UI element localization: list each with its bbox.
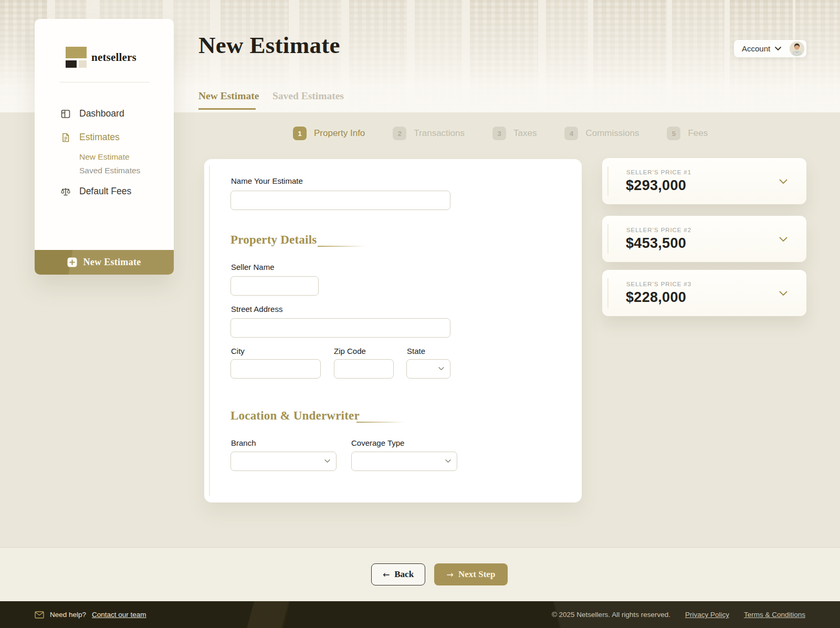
new-estimate-button[interactable]: New Estimate — [35, 250, 174, 275]
step-label: Taxes — [513, 128, 537, 139]
avatar — [790, 41, 804, 56]
sidebar-subitem-new-estimate[interactable]: New Estimate — [79, 152, 130, 162]
state-select[interactable] — [406, 359, 450, 379]
chevron-down-icon — [779, 291, 788, 296]
name-estimate-input[interactable] — [230, 191, 450, 210]
step-taxes[interactable]: 3 Taxes — [492, 127, 537, 140]
street-address-input[interactable] — [230, 318, 450, 338]
seller-price-card-1[interactable]: SELLER’S PRICE #1 $293,000 — [602, 158, 806, 204]
chevron-down-icon — [779, 179, 788, 184]
seller-price-card-2[interactable]: SELLER’S PRICE #2 $453,500 — [602, 216, 806, 262]
page-footer: Need help? Contact our team © 2025 Netse… — [0, 601, 840, 628]
scales-icon — [60, 186, 71, 197]
coverage-type-select[interactable] — [351, 452, 457, 471]
step-label: Transactions — [414, 128, 465, 139]
step-fees[interactable]: 5 Fees — [667, 127, 708, 140]
envelope-icon — [35, 611, 44, 619]
tab-saved-estimates[interactable]: Saved Estimates — [272, 90, 344, 102]
step-number: 1 — [293, 127, 307, 140]
chevron-down-icon — [445, 459, 451, 463]
right-arrow-icon: → — [447, 570, 454, 580]
location-underwriter-heading: Location & Underwriter — [230, 409, 360, 423]
price-label: SELLER’S PRICE #2 — [626, 227, 691, 233]
app-root: New Estimate Account New Estimate Saved … — [0, 0, 840, 628]
city-label: City — [231, 347, 245, 355]
step-label: Fees — [688, 128, 708, 139]
name-estimate-label: Name Your Estimate — [231, 176, 303, 185]
estimate-form-card: Name Your Estimate Property Details Sell… — [204, 159, 582, 503]
branch-select[interactable] — [230, 452, 337, 471]
brand-logo-icon — [66, 47, 87, 68]
chevron-down-icon — [438, 367, 444, 371]
branch-label: Branch — [231, 438, 256, 447]
sidebar-item-estimates[interactable]: Estimates — [60, 132, 120, 143]
footer-actions: ← Back → Next Step — [0, 547, 840, 601]
seller-name-label: Seller Name — [231, 263, 275, 271]
legal-row: © 2025 Netsellers. All rights reserved. … — [552, 601, 805, 628]
step-property-info[interactable]: 1 Property Info — [293, 127, 365, 140]
account-menu[interactable]: Account — [734, 40, 806, 57]
sidebar-item-default-fees[interactable]: Default Fees — [60, 186, 131, 197]
state-label: State — [407, 347, 425, 355]
property-details-heading: Property Details — [230, 233, 317, 247]
privacy-policy-link[interactable]: Privacy Policy — [685, 611, 729, 619]
chevron-down-icon — [779, 237, 788, 242]
step-number: 5 — [667, 127, 680, 140]
card-accent-line — [209, 165, 210, 496]
copyright-text: © 2025 Netsellers. All rights reserved. — [552, 611, 670, 619]
zip-code-label: Zip Code — [334, 347, 366, 355]
zip-code-input[interactable] — [334, 359, 394, 379]
contact-team-link[interactable]: Contact our team — [92, 611, 146, 619]
sidebar-item-label: Estimates — [79, 132, 120, 143]
coverage-type-label: Coverage Type — [351, 438, 404, 447]
price-value: $228,000 — [626, 289, 686, 306]
seller-name-input[interactable] — [230, 276, 319, 296]
step-transactions[interactable]: 2 Transactions — [393, 127, 465, 140]
sidebar: netsellers Dashboard Estimates New Estim… — [35, 19, 174, 275]
next-step-button[interactable]: → Next Step — [434, 563, 508, 585]
next-step-button-label: Next Step — [458, 569, 495, 580]
street-address-label: Street Address — [231, 305, 282, 313]
back-button[interactable]: ← Back — [371, 563, 425, 585]
page-title: New Estimate — [198, 32, 340, 59]
price-value: $293,000 — [626, 177, 686, 194]
terms-conditions-link[interactable]: Terms & Conditions — [744, 611, 805, 619]
card-accent-line — [607, 166, 608, 196]
step-label: Property Info — [314, 128, 365, 139]
back-button-label: Back — [394, 569, 414, 580]
heading-rule — [356, 422, 405, 423]
chevron-down-icon — [775, 47, 781, 51]
help-row: Need help? Contact our team — [35, 601, 146, 628]
step-label: Commissions — [585, 128, 639, 139]
card-accent-line — [607, 278, 608, 308]
step-number: 4 — [564, 127, 578, 140]
left-arrow-icon: ← — [383, 570, 390, 580]
city-input[interactable] — [230, 359, 321, 379]
sidebar-divider — [59, 82, 150, 82]
sidebar-item-label: Dashboard — [79, 108, 124, 119]
account-label: Account — [742, 44, 770, 53]
seller-price-card-3[interactable]: SELLER’S PRICE #3 $228,000 — [602, 270, 806, 316]
help-text: Need help? — [50, 611, 86, 619]
new-estimate-button-label: New Estimate — [83, 257, 141, 268]
document-icon — [60, 132, 71, 143]
sidebar-item-label: Default Fees — [79, 186, 131, 197]
plus-icon — [67, 257, 77, 267]
step-number: 3 — [492, 127, 506, 140]
step-commissions[interactable]: 4 Commissions — [564, 127, 639, 140]
sidebar-item-dashboard[interactable]: Dashboard — [60, 108, 124, 119]
step-number: 2 — [393, 127, 406, 140]
stepper: 1 Property Info 2 Transactions 3 Taxes 4… — [293, 127, 708, 140]
heading-rule — [318, 246, 366, 247]
price-label: SELLER’S PRICE #1 — [626, 169, 691, 175]
dashboard-icon — [60, 109, 71, 119]
brand-name: netsellers — [91, 51, 136, 64]
chevron-down-icon — [324, 459, 330, 463]
price-label: SELLER’S PRICE #3 — [626, 281, 691, 287]
sidebar-subitem-saved-estimates[interactable]: Saved Estimates — [79, 166, 140, 175]
tab-new-estimate[interactable]: New Estimate — [198, 90, 259, 102]
card-accent-line — [607, 224, 608, 254]
price-value: $453,500 — [626, 235, 686, 252]
active-tab-indicator — [198, 108, 256, 110]
